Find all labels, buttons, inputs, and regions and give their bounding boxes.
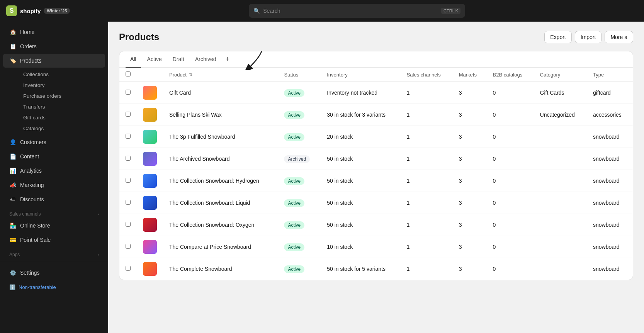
- sort-icon: ⇅: [189, 72, 192, 77]
- row-checkbox-cell: [119, 258, 137, 280]
- tab-all[interactable]: All: [126, 51, 141, 68]
- status-badge: Active: [284, 177, 304, 185]
- content-icon: 📄: [9, 153, 16, 160]
- sidebar-item-online-store[interactable]: 🏪 Online Store: [3, 219, 105, 233]
- sidebar-item-transfers[interactable]: Transfers: [17, 102, 105, 112]
- tab-archived[interactable]: Archived: [190, 51, 221, 68]
- product-thumbnail: [143, 130, 157, 144]
- export-button[interactable]: Export: [544, 31, 571, 43]
- row-inventory: 50 in stock for 5 variants: [321, 258, 400, 280]
- search-input[interactable]: [263, 8, 438, 14]
- sidebar-item-orders[interactable]: 📋 Orders: [3, 39, 105, 53]
- row-b2b-catalogs: 0: [487, 104, 534, 126]
- sidebar-item-analytics[interactable]: 📊 Analytics: [3, 164, 105, 178]
- row-checkbox[interactable]: [126, 178, 131, 183]
- row-markets: 3: [453, 170, 487, 192]
- content-area: Products Export Import More a Select any…: [108, 22, 644, 333]
- row-status: Active: [278, 82, 321, 104]
- col-header-markets: Markets: [453, 68, 487, 82]
- row-thumb-cell: [137, 214, 163, 236]
- row-inventory: Inventory not tracked: [321, 82, 400, 104]
- online-store-icon: 🏪: [9, 222, 16, 229]
- more-actions-button[interactable]: More a: [605, 31, 633, 43]
- row-sales-channels: 1: [401, 192, 453, 214]
- table-row[interactable]: The Complete Snowboard Active 50 in stoc…: [119, 258, 633, 280]
- search-bar[interactable]: 🔍 CTRL K: [249, 4, 465, 18]
- status-badge: Active: [284, 89, 304, 97]
- row-checkbox[interactable]: [126, 90, 131, 95]
- sidebar-item-settings[interactable]: ⚙️ Settings: [3, 266, 105, 280]
- col-header-type: Type: [587, 68, 633, 82]
- row-checkbox[interactable]: [126, 222, 131, 227]
- sidebar-item-content-label: Content: [20, 153, 39, 160]
- table-row[interactable]: The Collection Snowboard: Liquid Active …: [119, 192, 633, 214]
- row-category: [534, 148, 587, 170]
- logo-text: shopify: [20, 8, 41, 14]
- row-b2b-catalogs: 0: [487, 170, 534, 192]
- row-thumb-cell: [137, 192, 163, 214]
- row-checkbox[interactable]: [126, 156, 131, 161]
- add-tab-button[interactable]: +: [223, 51, 233, 67]
- row-markets: 3: [453, 104, 487, 126]
- sidebar-item-inventory[interactable]: Inventory: [17, 80, 105, 90]
- sidebar-item-customers[interactable]: 👤 Customers: [3, 135, 105, 149]
- sidebar-item-marketing-label: Marketing: [20, 182, 44, 188]
- sidebar-item-products[interactable]: 🏷️ Products: [3, 54, 105, 68]
- row-checkbox-cell: [119, 82, 137, 104]
- sidebar-item-pos-label: Point of Sale: [20, 237, 51, 243]
- row-checkbox[interactable]: [126, 112, 131, 117]
- settings-icon: ⚙️: [9, 269, 16, 276]
- table-row[interactable]: Gift Card Active Inventory not tracked 1…: [119, 82, 633, 104]
- table-row[interactable]: The Collection Snowboard: Hydrogen Activ…: [119, 170, 633, 192]
- sidebar-item-marketing[interactable]: 📣 Marketing: [3, 178, 105, 192]
- row-sales-channels: 1: [401, 258, 453, 280]
- row-type: giftcard: [587, 82, 633, 104]
- row-checkbox[interactable]: [126, 266, 131, 271]
- sidebar-item-home[interactable]: 🏠 Home: [3, 25, 105, 39]
- table-row[interactable]: The Collection Snowboard: Oxygen Active …: [119, 214, 633, 236]
- product-thumbnail: [143, 174, 157, 188]
- table-row[interactable]: The Archived Snowboard Archived 50 in st…: [119, 148, 633, 170]
- sidebar-item-pos[interactable]: 💳 Point of Sale: [3, 233, 105, 247]
- sidebar-item-gift-cards[interactable]: Gift cards: [17, 112, 105, 123]
- row-b2b-catalogs: 0: [487, 214, 534, 236]
- row-status: Active: [278, 236, 321, 258]
- sidebar-item-online-store-label: Online Store: [20, 223, 50, 229]
- sidebar: 🏠 Home 📋 Orders 🏷️ Products Collections …: [0, 22, 108, 333]
- sidebar-item-discounts[interactable]: 🏷 Discounts: [3, 192, 105, 206]
- shopify-logo[interactable]: S shopify Winter '25: [6, 5, 70, 16]
- page-title: Products: [119, 32, 159, 42]
- sidebar-item-content[interactable]: 📄 Content: [3, 150, 105, 163]
- row-inventory: 50 in stock: [321, 192, 400, 214]
- row-type: snowboard: [587, 148, 633, 170]
- row-product-name: The Archived Snowboard: [163, 148, 278, 170]
- col-header-product[interactable]: Product ⇅: [163, 68, 278, 82]
- row-checkbox[interactable]: [126, 200, 131, 205]
- row-category: [534, 214, 587, 236]
- import-button[interactable]: Import: [575, 31, 602, 43]
- table-row[interactable]: The Compare at Price Snowboard Active 10…: [119, 236, 633, 258]
- sidebar-item-customers-label: Customers: [20, 139, 46, 145]
- col-header-status: Status: [278, 68, 321, 82]
- tab-draft[interactable]: Draft: [168, 51, 189, 68]
- products-table-card: Select any Product from the List All Act…: [119, 51, 633, 280]
- row-category: [534, 192, 587, 214]
- row-checkbox[interactable]: [126, 244, 131, 249]
- non-transferable-label: Non-transferable: [19, 284, 56, 290]
- sales-channels-chevron[interactable]: ›: [98, 212, 99, 216]
- select-all-checkbox[interactable]: [126, 71, 131, 76]
- non-transferable-badge: ℹ️ Non-transferable: [3, 281, 105, 293]
- sidebar-item-purchase-orders[interactable]: Purchase orders: [17, 91, 105, 101]
- tab-active[interactable]: Active: [143, 51, 167, 68]
- row-category: Gift Cards: [534, 82, 587, 104]
- apps-chevron[interactable]: ›: [98, 253, 99, 257]
- sidebar-item-collections[interactable]: Collections: [17, 69, 105, 80]
- sidebar-item-catalogs[interactable]: Catalogs: [17, 123, 105, 134]
- col-header-category: Category: [534, 68, 587, 82]
- row-inventory: 10 in stock: [321, 236, 400, 258]
- row-checkbox[interactable]: [126, 134, 131, 139]
- home-icon: 🏠: [9, 29, 16, 36]
- table-row[interactable]: Selling Plans Ski Wax Active 30 in stock…: [119, 104, 633, 126]
- table-row[interactable]: The 3p Fulfilled Snowboard Active 20 in …: [119, 126, 633, 148]
- status-badge: Active: [284, 221, 304, 229]
